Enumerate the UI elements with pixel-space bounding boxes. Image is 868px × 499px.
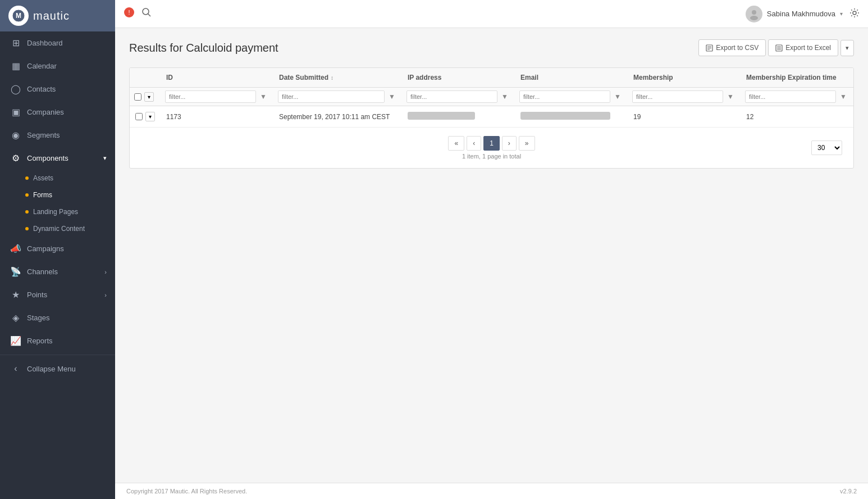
- col-date-label: Date Submitted: [279, 74, 328, 81]
- sidebar-item-collapse[interactable]: ‹ Collapse Menu: [0, 357, 115, 380]
- sidebar-item-label: Companies: [27, 108, 64, 116]
- email-redacted: [520, 112, 610, 120]
- campaigns-icon: 📣: [10, 243, 21, 254]
- reports-icon: 📈: [10, 335, 21, 346]
- th-date-submitted[interactable]: Date Submitted ↕: [273, 68, 402, 88]
- filter-checkbox-cell: ▾: [130, 88, 161, 106]
- pagination-summary: 1 item, 1 page in total: [462, 153, 521, 160]
- sidebar-item-label: Components: [27, 154, 68, 162]
- filter-membership-input[interactable]: [632, 90, 723, 103]
- sidebar-item-label: Reports: [27, 337, 53, 345]
- settings-button[interactable]: [849, 8, 860, 20]
- copyright-text: Copyright 2017 Mautic. All Rights Reserv…: [126, 488, 247, 495]
- user-menu[interactable]: Sabina Makhmudova ▾: [746, 6, 843, 22]
- sidebar-item-label: Calendar: [27, 62, 57, 70]
- sidebar-subitem-label: Landing Pages: [33, 208, 78, 216]
- row-email: [515, 106, 628, 128]
- notification-button[interactable]: !: [124, 7, 135, 21]
- channels-icon: 📡: [10, 266, 21, 277]
- next-page-button[interactable]: ›: [502, 136, 517, 151]
- row-actions-dropdown[interactable]: ▾: [145, 112, 155, 121]
- chevron-down-icon: ▾: [103, 155, 107, 162]
- row-membership-exp: 12: [741, 106, 853, 128]
- sidebar-item-label: Stages: [27, 314, 49, 322]
- search-button[interactable]: [141, 7, 152, 20]
- sidebar-subitem-label: Forms: [33, 191, 52, 199]
- th-checkbox: [130, 68, 161, 88]
- sidebar-item-companies[interactable]: ▣ Companies: [0, 101, 115, 124]
- filter-membership-exp-button[interactable]: ▼: [838, 92, 849, 102]
- sidebar-item-segments[interactable]: ◉ Segments: [0, 124, 115, 147]
- content-area: Results for Calculoid payment Export to …: [115, 28, 868, 483]
- svg-point-4: [143, 8, 149, 15]
- page-1-button[interactable]: 1: [483, 136, 500, 151]
- dynamic-content-dot: [25, 227, 29, 230]
- export-dropdown-button[interactable]: ▾: [840, 40, 854, 56]
- assets-dot: [25, 176, 29, 180]
- sidebar-subitem-dynamic-content[interactable]: Dynamic Content: [0, 220, 115, 237]
- sidebar-item-channels[interactable]: 📡 Channels ›: [0, 260, 115, 283]
- sidebar-subitem-landing-pages[interactable]: Landing Pages: [0, 203, 115, 220]
- sidebar-subitem-forms[interactable]: Forms: [0, 187, 115, 203]
- sidebar-item-label: Channels: [27, 267, 58, 276]
- user-dropdown-icon: ▾: [840, 11, 843, 17]
- sidebar-item-points[interactable]: ★ Points ›: [0, 283, 115, 306]
- filter-id-button[interactable]: ▼: [258, 92, 269, 102]
- sidebar-item-label: Contacts: [27, 85, 56, 93]
- filter-date-button[interactable]: ▼: [386, 92, 398, 102]
- sidebar-item-label: Collapse Menu: [27, 365, 76, 373]
- points-icon: ★: [10, 289, 21, 300]
- last-page-button[interactable]: »: [519, 136, 535, 151]
- sidebar-item-stages[interactable]: ◈ Stages: [0, 306, 115, 329]
- filter-date-cell: ▼: [273, 88, 402, 106]
- row-checkbox-cell: ▾: [130, 106, 161, 128]
- filter-email-input[interactable]: [519, 90, 610, 103]
- select-all-checkbox[interactable]: [134, 93, 141, 101]
- header-actions: Export to CSV Export to Excel ▾: [698, 39, 854, 56]
- dashboard-icon: ⊞: [10, 38, 21, 48]
- col-ip-label: IP address: [408, 74, 441, 81]
- sidebar-item-reports[interactable]: 📈 Reports: [0, 329, 115, 352]
- filter-ip-input[interactable]: [406, 90, 497, 103]
- sidebar-item-calendar[interactable]: ▦ Calendar: [0, 55, 115, 78]
- filter-id-input[interactable]: [165, 90, 256, 103]
- col-membership-exp-label: Membership Expiration time: [746, 74, 837, 81]
- sidebar-item-dashboard[interactable]: ⊞ Dashboard: [0, 31, 115, 55]
- export-icon: [706, 44, 713, 52]
- sidebar-item-campaigns[interactable]: 📣 Campaigns: [0, 237, 115, 260]
- main-content: ! Sabina Makhmudova ▾: [115, 0, 868, 499]
- logo-area: M mautic: [0, 0, 115, 31]
- row-date: September 19, 2017 10:11 am CEST: [273, 106, 402, 128]
- select-all-dropdown[interactable]: ▾: [144, 92, 154, 102]
- contacts-icon: ◯: [10, 84, 21, 94]
- row-ip: [402, 106, 515, 128]
- svg-line-5: [148, 14, 151, 17]
- col-email-label: Email: [520, 74, 538, 81]
- per-page-dropdown[interactable]: 30 50 100 200: [811, 140, 842, 155]
- user-avatar: [746, 6, 762, 22]
- filter-email-button[interactable]: ▼: [612, 92, 623, 102]
- filter-ip-button[interactable]: ▼: [499, 92, 510, 102]
- filter-date-input[interactable]: [278, 90, 385, 103]
- row-checkbox[interactable]: [135, 113, 143, 120]
- components-icon: ⚙: [10, 153, 21, 164]
- svg-point-8: [853, 11, 856, 15]
- export-csv-label: Export to CSV: [716, 44, 759, 52]
- filter-membership-exp-input[interactable]: [745, 90, 836, 103]
- pagination-wrapper: « ‹ 1 › » 1 item, 1 page in total: [448, 136, 534, 160]
- sidebar-subitem-assets[interactable]: Assets: [0, 170, 115, 187]
- export-excel-button[interactable]: Export to Excel: [768, 39, 838, 56]
- sidebar-item-contacts[interactable]: ◯ Contacts: [0, 78, 115, 101]
- first-page-button[interactable]: «: [448, 136, 464, 151]
- excel-icon: [775, 44, 783, 52]
- chevron-right-icon: ›: [104, 269, 107, 275]
- filter-membership-button[interactable]: ▼: [725, 92, 736, 102]
- sidebar-item-components[interactable]: ⚙ Components ▾: [0, 147, 115, 170]
- col-id-label: ID: [166, 74, 173, 81]
- prev-page-button[interactable]: ‹: [467, 136, 481, 151]
- th-ip-address: IP address: [402, 68, 515, 88]
- export-csv-button[interactable]: Export to CSV: [698, 39, 766, 56]
- row-membership: 19: [628, 106, 741, 128]
- per-page-select: 30 50 100 200: [811, 140, 842, 155]
- sidebar-subitem-label: Dynamic Content: [33, 225, 85, 233]
